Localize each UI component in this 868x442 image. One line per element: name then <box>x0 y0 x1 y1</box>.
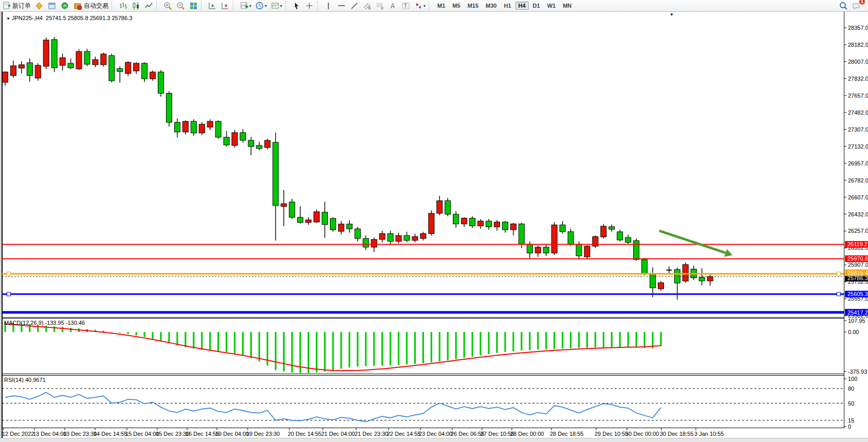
candle-body <box>142 63 147 79</box>
line-handle[interactable] <box>7 292 11 296</box>
time-tick-label: 22 Dec 14:55 <box>387 431 420 437</box>
chart-dropdown-icon[interactable]: ▼ <box>6 16 10 21</box>
time-tick-label: 15 Dec 23:30 <box>156 431 189 437</box>
trendline-icon <box>350 2 359 10</box>
autotrade-label: 自动交易 <box>84 2 108 10</box>
timeframe-m1-button[interactable]: M1 <box>434 2 448 10</box>
candle-body <box>125 62 131 73</box>
candlestick-chart-button[interactable] <box>130 0 142 11</box>
text-button[interactable]: A <box>386 0 399 11</box>
chart-surface[interactable]: MACD(12,26,9) -133.95 -130.46RSI(14) 40.… <box>0 0 868 442</box>
template-button[interactable]: ▾ <box>269 0 284 11</box>
price-tick-label: 26607.0 <box>848 194 868 200</box>
candle-body <box>535 247 541 253</box>
periods-button[interactable]: ▾ <box>253 0 269 11</box>
auto-scroll-icon <box>208 2 217 10</box>
search-button[interactable] <box>837 0 850 11</box>
candle-body <box>371 240 377 247</box>
time-tick-label: 27 Dec 10:55 <box>481 431 514 437</box>
crosshair-button[interactable] <box>303 0 316 11</box>
autotrade-button[interactable]: 自动交易 <box>71 0 110 11</box>
quotes-icon <box>35 2 44 10</box>
candle-body <box>167 93 172 122</box>
timeframe-d1-button[interactable]: D1 <box>530 2 543 10</box>
time-tick-label: 13 Dec 04:00 <box>33 431 66 437</box>
vertical-line-button[interactable] <box>322 0 335 11</box>
macd-label: MACD(12,26,9) -133.95 -130.46 <box>4 320 85 326</box>
price-tick-label: 26432.0 <box>848 211 868 217</box>
candle-body <box>101 54 106 65</box>
rsi-level-label: 50 <box>848 400 854 407</box>
candle-body <box>355 229 360 238</box>
text-icon: A <box>389 2 397 10</box>
indicators-button[interactable]: ▾ <box>238 0 253 11</box>
line-handle[interactable] <box>837 272 841 275</box>
candle-body <box>609 227 615 229</box>
candle-body <box>617 232 623 240</box>
tile-windows-button[interactable] <box>187 0 200 11</box>
timeframe-m5-button[interactable]: M5 <box>449 2 463 10</box>
text-label-icon: T <box>401 2 410 10</box>
zoom-out-icon <box>176 2 185 10</box>
time-tick-label: 15 Dec 04:00 <box>125 431 159 437</box>
candle-body <box>494 222 500 227</box>
quotes-button[interactable] <box>33 0 46 11</box>
candle-body <box>338 224 344 231</box>
trendline-button[interactable] <box>348 0 361 11</box>
zoom-out-button[interactable] <box>174 0 187 11</box>
fibonacci-button[interactable]: F <box>374 0 386 11</box>
toolbar-separator <box>156 1 160 10</box>
new-order-button[interactable]: 新订单 <box>0 0 33 11</box>
notifications-button[interactable]: 1 <box>850 0 863 11</box>
zoom-in-button[interactable] <box>161 0 174 11</box>
horizontal-line-button[interactable] <box>335 0 348 11</box>
toolbar-separator <box>112 1 116 10</box>
timeframe-w1-button[interactable]: W1 <box>544 2 559 10</box>
navigator-button[interactable] <box>59 0 71 11</box>
periods-clock-icon <box>255 2 264 10</box>
chart-title-symbol: JPN225-,H4 <box>12 15 43 21</box>
rsi-label: RSI(14) 40.9671 <box>4 377 46 383</box>
candle-body <box>289 202 295 217</box>
timeframe-m15-button[interactable]: M15 <box>465 2 482 10</box>
time-tick-label: 3 Jan 10:55 <box>694 431 724 437</box>
cursor-icon <box>292 2 301 10</box>
candle-body <box>306 220 311 223</box>
candle-body <box>682 265 688 281</box>
time-tick-label: 20 Dec 14:55 <box>288 431 321 437</box>
candle-body <box>19 65 24 68</box>
horizontal-line-icon <box>337 2 346 10</box>
fibonacci-icon: F <box>376 2 384 10</box>
price-tick-label: 28007.0 <box>848 59 868 65</box>
time-tick-label: 14 Dec 14:55 <box>94 431 127 437</box>
vertical-line-icon <box>324 2 333 10</box>
bar-chart-button[interactable] <box>117 0 130 11</box>
text-label-button[interactable]: T <box>399 0 412 11</box>
candlestick-chart-icon <box>132 2 140 10</box>
toolbar-separator <box>317 1 321 10</box>
timeframe-h1-button[interactable]: H1 <box>501 2 514 10</box>
candle-body <box>51 40 57 68</box>
time-tick-label: 28 Dec 18:55 <box>550 431 583 437</box>
candle-body <box>674 269 680 283</box>
data-window-button[interactable] <box>46 0 59 11</box>
line-handle[interactable] <box>837 292 841 296</box>
candle-body <box>453 214 459 224</box>
timeframe-mn-button[interactable]: MN <box>560 2 575 10</box>
candle-body <box>346 224 352 229</box>
candle-body <box>224 137 229 145</box>
line-handle[interactable] <box>7 272 11 275</box>
channel-button[interactable]: E <box>361 0 374 11</box>
chart-shift-button[interactable] <box>219 0 232 11</box>
timeframe-m30-button[interactable]: M30 <box>483 2 500 10</box>
svg-text:25605.3: 25605.3 <box>847 291 868 297</box>
candle-body <box>134 63 139 71</box>
candle-body <box>625 237 631 242</box>
arrows-button[interactable]: ▾ <box>412 0 428 11</box>
candle-body <box>322 212 328 225</box>
search-icon <box>839 2 848 10</box>
line-chart-button[interactable] <box>142 0 155 11</box>
auto-scroll-button[interactable] <box>206 0 219 11</box>
timeframe-h4-button[interactable]: H4 <box>515 2 529 10</box>
cursor-button[interactable] <box>290 0 303 11</box>
